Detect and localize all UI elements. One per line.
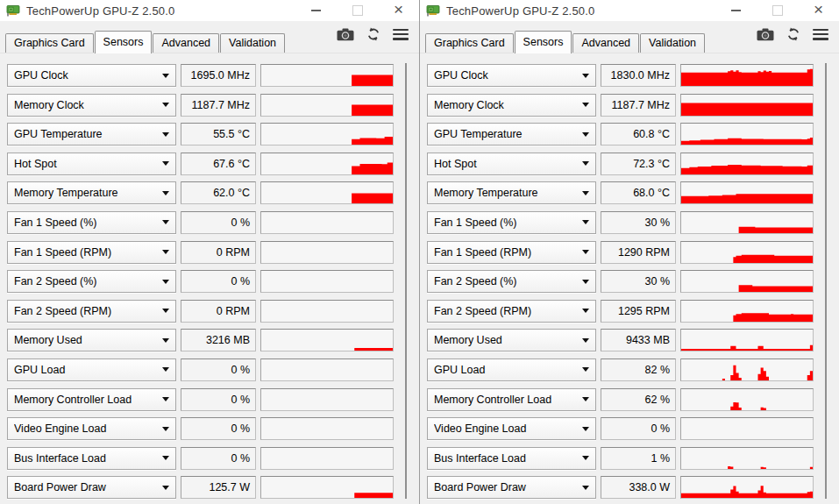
sensor-dropdown-label: GPU Load xyxy=(14,364,162,376)
tab-validation[interactable]: Validation xyxy=(220,33,285,53)
sensor-dropdown[interactable]: Video Engine Load xyxy=(7,417,176,440)
sensor-dropdown[interactable]: Fan 2 Speed (RPM) xyxy=(7,300,176,323)
chevron-down-icon xyxy=(582,338,589,343)
tab-validation[interactable]: Validation xyxy=(640,33,705,53)
maximize-button[interactable] xyxy=(337,0,378,21)
sensor-dropdown[interactable]: Bus Interface Load xyxy=(7,447,176,470)
sensor-dropdown-label: Fan 2 Speed (RPM) xyxy=(434,305,582,317)
sensor-graph xyxy=(680,181,814,204)
hamburger-menu-icon xyxy=(393,29,409,40)
sensor-dropdown[interactable]: Fan 1 Speed (RPM) xyxy=(427,241,596,264)
sensor-dropdown[interactable]: GPU Temperature xyxy=(7,123,176,146)
sensor-row: Hot Spot 67.6 °C xyxy=(7,153,419,175)
sensor-value: 0 RPM xyxy=(181,300,256,323)
minimize-button[interactable] xyxy=(715,0,757,21)
sensor-graph xyxy=(260,211,394,234)
sensor-dropdown[interactable]: Fan 2 Speed (RPM) xyxy=(427,300,596,323)
sensor-value: 30 % xyxy=(601,211,676,234)
sensor-row: Fan 1 Speed (%) 0 % xyxy=(7,211,419,234)
sensor-row: Hot Spot 72.3 °C xyxy=(427,153,839,175)
close-button[interactable]: × xyxy=(798,0,839,21)
scrollbar[interactable] xyxy=(825,63,827,499)
sensor-dropdown[interactable]: Fan 2 Speed (%) xyxy=(7,270,176,293)
close-button[interactable]: × xyxy=(378,0,419,21)
refresh-button[interactable] xyxy=(786,27,800,41)
sensor-dropdown[interactable]: Memory Clock xyxy=(7,94,176,117)
tab-graphics-card[interactable]: Graphics Card xyxy=(5,33,94,53)
sensor-row: GPU Clock 1830.0 MHz xyxy=(427,64,839,87)
sensor-dropdown[interactable]: Memory Controller Load xyxy=(427,388,596,411)
sensor-row: Memory Temperature 68.0 °C xyxy=(427,181,839,204)
sensor-dropdown[interactable]: Board Power Draw xyxy=(427,476,596,499)
sensor-list: GPU Clock 1695.0 MHz Memory Clock 1187.7… xyxy=(0,53,419,499)
sensor-dropdown[interactable]: Video Engine Load xyxy=(427,417,596,440)
sensor-dropdown[interactable]: GPU Clock xyxy=(7,64,176,87)
sensor-row: Fan 1 Speed (RPM) 1290 RPM xyxy=(427,241,839,264)
chevron-down-icon xyxy=(162,280,169,284)
close-icon: × xyxy=(394,5,403,14)
scrollbar[interactable] xyxy=(405,63,407,499)
sensor-row: GPU Temperature 60.8 °C xyxy=(427,123,839,146)
sensor-dropdown[interactable]: Fan 2 Speed (%) xyxy=(427,270,596,293)
tab-graphics-card[interactable]: Graphics Card xyxy=(425,33,514,53)
screenshot-button[interactable] xyxy=(337,28,354,41)
sensor-graph xyxy=(260,417,394,440)
chevron-down-icon xyxy=(162,161,169,166)
sensor-dropdown[interactable]: Memory Clock xyxy=(427,94,596,117)
sensor-dropdown-label: Board Power Draw xyxy=(14,481,162,493)
chevron-down-icon xyxy=(162,191,169,195)
sensor-value: 1695.0 MHz xyxy=(181,64,256,87)
chevron-down-icon xyxy=(162,74,169,78)
sensor-dropdown[interactable]: Memory Temperature xyxy=(7,181,176,204)
sensor-dropdown[interactable]: Bus Interface Load xyxy=(427,447,596,470)
sensor-dropdown[interactable]: Memory Used xyxy=(427,329,596,351)
sensor-dropdown[interactable]: Board Power Draw xyxy=(7,476,176,499)
sensor-graph xyxy=(680,358,814,381)
chevron-down-icon xyxy=(582,220,589,224)
sensor-value: 1290 RPM xyxy=(601,241,676,264)
title-bar: TechPowerUp GPU-Z 2.50.0 × xyxy=(420,0,839,21)
gpu-card-icon xyxy=(6,4,21,17)
sensor-row: Fan 2 Speed (%) 30 % xyxy=(427,270,839,293)
sensor-row: Video Engine Load 0 % xyxy=(7,417,419,440)
sensor-dropdown[interactable]: Memory Temperature xyxy=(427,181,596,204)
sensor-dropdown[interactable]: Hot Spot xyxy=(427,153,596,175)
screenshot-button[interactable] xyxy=(757,28,774,41)
sensor-graph xyxy=(680,94,814,117)
chevron-down-icon xyxy=(582,103,589,107)
refresh-button[interactable] xyxy=(366,27,380,41)
minimize-button[interactable] xyxy=(295,0,337,21)
sensor-dropdown[interactable]: GPU Clock xyxy=(427,64,596,87)
menu-button[interactable] xyxy=(393,29,409,40)
sensor-dropdown-label: GPU Temperature xyxy=(14,128,162,140)
sensor-dropdown[interactable]: GPU Temperature xyxy=(427,123,596,146)
chevron-down-icon xyxy=(162,250,169,254)
sensor-value: 3216 MB xyxy=(181,329,256,351)
sensor-dropdown[interactable]: Fan 1 Speed (%) xyxy=(427,211,596,234)
sensor-graph xyxy=(260,300,394,323)
sensor-graph xyxy=(260,181,394,204)
sensor-dropdown[interactable]: Hot Spot xyxy=(7,153,176,175)
chevron-down-icon xyxy=(162,103,169,107)
sensor-row: Memory Controller Load 62 % xyxy=(427,388,839,411)
sensor-dropdown[interactable]: Fan 1 Speed (%) xyxy=(7,211,176,234)
sensor-dropdown-label: Memory Temperature xyxy=(434,187,582,199)
sensor-dropdown[interactable]: GPU Load xyxy=(427,358,596,381)
sensor-dropdown[interactable]: Fan 1 Speed (RPM) xyxy=(7,241,176,264)
window-controls: × xyxy=(715,0,839,21)
tab-advanced[interactable]: Advanced xyxy=(153,33,219,53)
sensor-dropdown[interactable]: Memory Used xyxy=(7,329,176,351)
sensor-dropdown-label: GPU Clock xyxy=(14,69,162,82)
tab-advanced[interactable]: Advanced xyxy=(572,33,639,53)
tab-sensors[interactable]: Sensors xyxy=(515,31,572,53)
sensor-dropdown[interactable]: Memory Controller Load xyxy=(7,388,176,411)
tab-sensors[interactable]: Sensors xyxy=(95,31,153,53)
menu-button[interactable] xyxy=(813,29,828,40)
sensor-dropdown-label: Memory Used xyxy=(434,334,582,346)
sensor-dropdown[interactable]: GPU Load xyxy=(7,358,176,381)
sensor-value: 1 % xyxy=(601,447,676,470)
chevron-down-icon xyxy=(582,250,589,254)
sensor-row: Bus Interface Load 1 % xyxy=(427,447,839,470)
sensor-graph xyxy=(680,447,814,470)
maximize-button[interactable] xyxy=(757,0,798,21)
